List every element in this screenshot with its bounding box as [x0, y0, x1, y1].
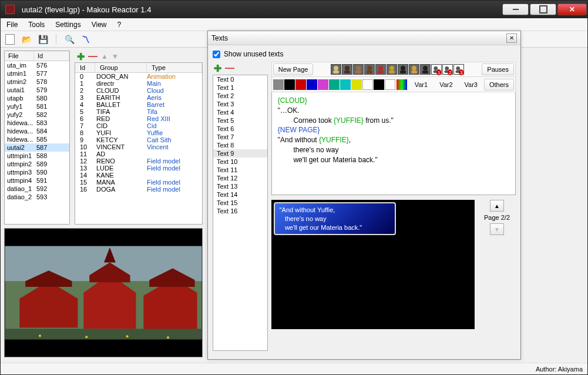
remove-text-icon[interactable]: — [225, 63, 234, 73]
menu-settings[interactable]: Settings [55, 21, 80, 29]
col-group-name[interactable]: Group [95, 63, 147, 72]
text-item[interactable]: Text 3 [213, 100, 267, 108]
text-item[interactable]: Text 10 [213, 158, 267, 166]
color-swatch[interactable] [385, 79, 395, 90]
file-row[interactable]: utmin2578 [5, 78, 69, 86]
close-button[interactable] [557, 4, 587, 15]
text-item[interactable]: Text 16 [213, 207, 267, 215]
script-wand-icon[interactable] [80, 34, 92, 45]
group-row[interactable]: 3EARITHAeris [75, 94, 202, 101]
text-item[interactable]: Text 4 [213, 108, 267, 116]
text-item[interactable]: Text 13 [213, 182, 267, 190]
file-row[interactable]: yufy1581 [5, 102, 69, 111]
text-item[interactable]: Text 12 [213, 174, 267, 182]
file-row[interactable]: uttmpin3590 [5, 168, 69, 176]
text-item[interactable]: Text 15 [213, 199, 267, 207]
color-swatch[interactable] [362, 79, 373, 90]
file-row[interactable]: utmin1577 [5, 69, 69, 78]
group-row[interactable]: 10VINCENTVincent [75, 143, 202, 150]
character-portrait-icon[interactable] [398, 64, 408, 75]
maximize-button[interactable] [530, 4, 556, 15]
var3-button[interactable]: Var3 [459, 79, 483, 91]
group-row[interactable]: 1directrMain [75, 80, 202, 87]
col-id[interactable]: Id [34, 51, 69, 61]
text-item[interactable]: Text 7 [213, 133, 267, 141]
text-item[interactable]: Text 14 [213, 190, 267, 199]
character-portrait-icon[interactable] [420, 64, 431, 75]
show-unused-texts[interactable]: Show unused texts [213, 50, 516, 58]
file-row[interactable]: hidewa...583 [5, 119, 69, 127]
pauses-button[interactable]: Pauses [482, 63, 514, 75]
color-swatch[interactable] [374, 79, 384, 90]
file-row[interactable]: uta_im576 [5, 61, 69, 69]
text-list[interactable]: Text 0Text 1Text 2Text 3Text 4Text 5Text… [213, 75, 268, 351]
text-editor[interactable]: {CLOUD} "…OK. Corneo took {YUFFIE} from … [271, 92, 516, 195]
color-swatch[interactable] [284, 79, 295, 90]
group-row[interactable]: 8YUFIYuffie [75, 129, 202, 136]
character-portrait-icon[interactable] [342, 64, 352, 75]
group-row[interactable]: 13LUDEField model [75, 165, 202, 172]
menu-help[interactable]: ? [117, 21, 122, 29]
col-file[interactable]: File [5, 51, 34, 61]
text-item[interactable]: Text 2 [213, 92, 267, 100]
file-row[interactable]: uutai1579 [5, 86, 69, 94]
text-item[interactable]: Text 11 [213, 166, 267, 174]
group-row[interactable]: 12RENOField model [75, 158, 202, 165]
color-swatch[interactable] [329, 79, 340, 90]
group-row[interactable]: 11AD [75, 150, 202, 158]
col-group-id[interactable]: Id [75, 63, 95, 72]
character-portrait-icon[interactable] [409, 64, 419, 75]
text-item[interactable]: Text 5 [213, 116, 267, 125]
group-row[interactable]: 5TIFATifa [75, 108, 202, 115]
remove-group-icon[interactable]: — [88, 51, 98, 62]
group-row[interactable]: 7CIDCid [75, 122, 202, 129]
party-slot-icon[interactable] [431, 64, 442, 75]
color-swatch[interactable] [351, 79, 362, 90]
minimize-button[interactable] [502, 4, 529, 15]
page-up-button[interactable]: ▲ [490, 200, 504, 212]
add-group-icon[interactable]: ✚ [77, 51, 85, 62]
file-row[interactable]: datiao_2593 [5, 193, 69, 201]
new-icon[interactable] [4, 34, 16, 45]
character-portrait-icon[interactable] [353, 64, 364, 75]
character-portrait-icon[interactable] [331, 64, 341, 75]
rainbow-swatch[interactable] [397, 79, 407, 90]
text-item[interactable]: Text 1 [213, 83, 267, 92]
color-swatch[interactable] [307, 79, 317, 90]
party-slot-icon[interactable] [442, 64, 453, 75]
show-unused-checkbox[interactable] [213, 51, 220, 58]
character-portrait-icon[interactable] [375, 64, 386, 75]
group-row[interactable]: 9KETCYCait Sith [75, 136, 202, 143]
file-row[interactable]: uutai2587 [5, 143, 69, 152]
menu-file[interactable]: File [6, 21, 18, 29]
group-row[interactable]: 4BALLETBarret [75, 101, 202, 108]
file-row[interactable]: yufy2582 [5, 111, 69, 119]
others-button[interactable]: Others [484, 79, 514, 91]
character-portrait-icon[interactable] [387, 64, 397, 75]
save-icon[interactable] [37, 34, 49, 45]
var1-button[interactable]: Var1 [409, 79, 433, 91]
color-swatch[interactable] [273, 79, 284, 90]
group-row[interactable]: 15MANAField model [75, 179, 202, 186]
open-icon[interactable] [21, 34, 32, 45]
menu-view[interactable]: View [92, 21, 107, 29]
group-row[interactable]: 6REDRed XIII [75, 115, 202, 122]
file-row[interactable]: uttmpin1588 [5, 152, 69, 160]
page-down-button[interactable]: ▼ [490, 223, 504, 235]
texts-close-button[interactable]: ✕ [506, 34, 517, 43]
file-row[interactable]: utapb580 [5, 94, 69, 102]
group-row[interactable]: 16DOGAField model [75, 186, 202, 193]
file-row[interactable]: datiao_1592 [5, 185, 69, 193]
col-group-type[interactable]: Type [147, 63, 202, 72]
new-page-button[interactable]: New Page [273, 63, 314, 75]
menu-tools[interactable]: Tools [28, 21, 45, 29]
var2-button[interactable]: Var2 [434, 79, 458, 91]
group-row[interactable]: 0DOOR_ANAnimation [75, 73, 202, 80]
file-row[interactable]: uttmpin4591 [5, 176, 69, 185]
file-row[interactable]: hidewa...584 [5, 127, 69, 135]
move-down-icon[interactable]: ▼ [112, 52, 119, 61]
text-item[interactable]: Text 8 [213, 141, 267, 149]
text-item[interactable]: Text 0 [213, 75, 267, 83]
group-row[interactable]: 2CLOUDCloud [75, 87, 202, 94]
group-row[interactable]: 14KANE [75, 172, 202, 179]
